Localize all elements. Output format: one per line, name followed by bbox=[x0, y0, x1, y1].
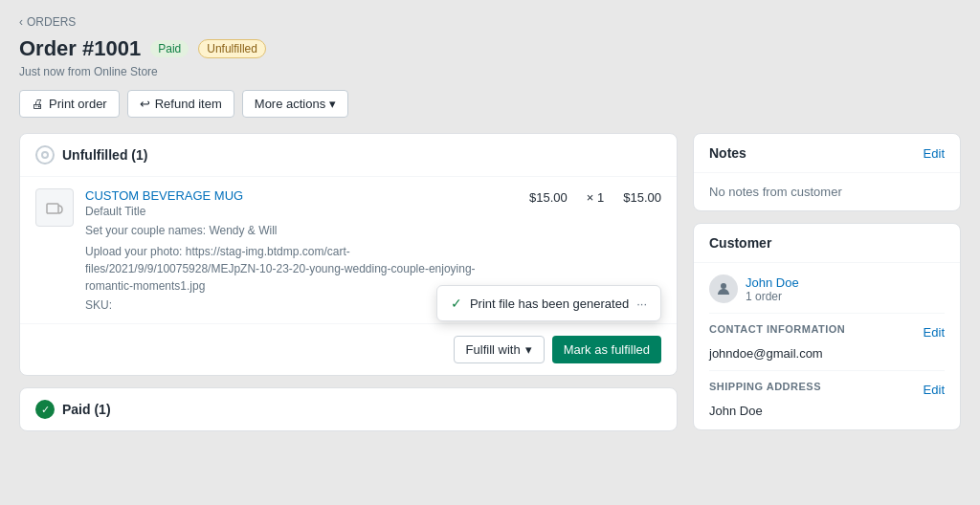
shipping-edit-button[interactable]: Edit bbox=[924, 383, 945, 397]
breadcrumb-label[interactable]: ORDERS bbox=[27, 15, 76, 29]
paid-icon: ✓ bbox=[35, 400, 55, 419]
person-icon bbox=[716, 281, 731, 296]
fulfill-with-label: Fulfill with bbox=[466, 342, 521, 357]
action-bar: 🖨 Print order ↩ Refund item More actions… bbox=[19, 90, 961, 118]
unfulfilled-badge: Unfulfilled bbox=[198, 39, 266, 58]
page-subtitle: Just now from Online Store bbox=[19, 65, 961, 78]
contact-email: johndoe@gmail.com bbox=[709, 346, 945, 361]
card-body: CUSTOM BEVERAGE MUG Default Title Set yo… bbox=[20, 177, 677, 323]
customer-name[interactable]: John Doe bbox=[746, 275, 799, 290]
customer-card-header: Customer bbox=[694, 224, 960, 263]
print-order-button[interactable]: 🖨 Print order bbox=[19, 90, 120, 118]
unfulfilled-icon bbox=[35, 145, 55, 165]
toast-text: Print file has been generated bbox=[470, 296, 629, 311]
contact-edit-button[interactable]: Edit bbox=[924, 325, 945, 340]
customer-orders: 1 order bbox=[746, 290, 799, 303]
customer-info: John Doe 1 order bbox=[709, 274, 945, 303]
shipping-section-label: Shipping address bbox=[709, 381, 821, 392]
customer-avatar bbox=[709, 274, 738, 303]
customer-title: Customer bbox=[709, 235, 771, 251]
customer-body: John Doe 1 order Contact information Edi… bbox=[694, 263, 960, 429]
contact-section-label: Contact information bbox=[709, 323, 845, 335]
print-file-toast: ✓ Print file has been generated ··· bbox=[436, 285, 661, 321]
right-column: Notes Edit No notes from customer Custom… bbox=[693, 133, 961, 443]
more-actions-button[interactable]: More actions ▾ bbox=[242, 90, 348, 118]
refund-item-button[interactable]: ↩ Refund item bbox=[127, 90, 234, 118]
toast-more-button[interactable]: ··· bbox=[636, 296, 647, 311]
left-column: Unfulfilled (1) CUSTOM BEV bbox=[19, 133, 678, 443]
paid-card-title: Paid (1) bbox=[62, 402, 111, 417]
main-layout: Unfulfilled (1) CUSTOM BEV bbox=[19, 133, 961, 443]
unfulfilled-icon-inner bbox=[41, 151, 49, 159]
refund-icon: ↩ bbox=[140, 97, 150, 111]
refund-item-label: Refund item bbox=[155, 97, 222, 111]
paid-card-header: ✓ Paid (1) bbox=[20, 388, 677, 430]
product-price: $15.00 bbox=[529, 190, 568, 205]
notes-edit-button[interactable]: Edit bbox=[924, 146, 945, 161]
product-total: $15.00 bbox=[623, 190, 661, 205]
unfulfilled-card: Unfulfilled (1) CUSTOM BEV bbox=[19, 133, 678, 376]
product-thumbnail bbox=[35, 188, 74, 227]
customer-card: Customer John Doe 1 order bbox=[693, 223, 961, 430]
product-customization-line1: Set your couple names: Wendy & Will bbox=[85, 222, 518, 239]
notes-card-header: Notes Edit bbox=[694, 134, 960, 173]
fulfill-with-button[interactable]: Fulfill with ▾ bbox=[454, 336, 545, 363]
breadcrumb[interactable]: ‹ ORDERS bbox=[19, 15, 961, 29]
product-variant: Default Title bbox=[85, 205, 518, 218]
print-order-label: Print order bbox=[49, 97, 107, 111]
product-quantity: × 1 bbox=[587, 190, 604, 205]
contact-section-header: Contact information Edit bbox=[709, 323, 945, 346]
mug-icon bbox=[43, 196, 66, 219]
card-header: Unfulfilled (1) bbox=[20, 134, 677, 177]
chevron-down-icon: ▾ bbox=[329, 97, 336, 111]
product-row: CUSTOM BEVERAGE MUG Default Title Set yo… bbox=[35, 188, 661, 312]
product-name[interactable]: CUSTOM BEVERAGE MUG bbox=[85, 188, 518, 203]
chevron-icon: ‹ bbox=[19, 15, 23, 29]
print-icon: 🖨 bbox=[32, 97, 44, 111]
card-footer: Fulfill with ▾ Mark as fulfilled bbox=[20, 323, 677, 375]
paid-card: ✓ Paid (1) bbox=[19, 387, 678, 431]
svg-rect-0 bbox=[47, 204, 58, 213]
shipping-name: John Doe bbox=[709, 404, 945, 418]
notes-title: Notes bbox=[709, 145, 746, 161]
page-header: Order #1001 Paid Unfulfilled bbox=[19, 36, 961, 61]
svg-point-1 bbox=[721, 283, 726, 289]
customer-name-section: John Doe 1 order bbox=[746, 275, 799, 303]
notes-card: Notes Edit No notes from customer bbox=[693, 133, 961, 211]
mark-as-fulfilled-label: Mark as fulfilled bbox=[564, 342, 650, 357]
product-pricing: $15.00 × 1 $15.00 bbox=[529, 188, 661, 205]
divider-1 bbox=[709, 313, 945, 314]
notes-content: No notes from customer bbox=[709, 185, 842, 199]
fulfill-with-chevron-icon: ▾ bbox=[525, 342, 532, 357]
page-title: Order #1001 bbox=[19, 36, 141, 61]
shipping-section-header: Shipping address Edit bbox=[709, 381, 945, 404]
check-circle-icon: ✓ bbox=[451, 296, 462, 311]
paid-badge: Paid bbox=[150, 40, 189, 57]
divider-2 bbox=[709, 370, 945, 371]
mark-as-fulfilled-button[interactable]: Mark as fulfilled bbox=[552, 336, 661, 363]
more-actions-label: More actions bbox=[255, 97, 325, 111]
unfulfilled-card-title: Unfulfilled (1) bbox=[62, 147, 147, 163]
notes-body: No notes from customer bbox=[694, 173, 960, 210]
